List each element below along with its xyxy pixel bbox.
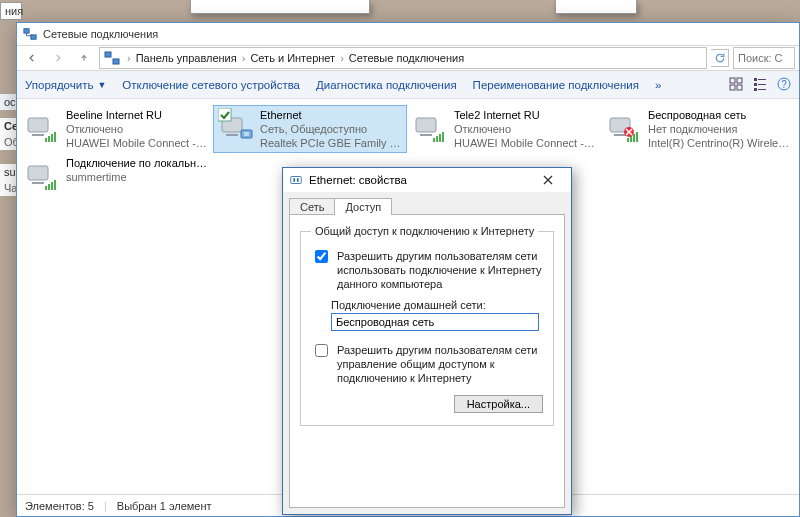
svg-rect-47 [297,178,299,182]
svg-rect-18 [45,138,47,142]
bg-fragment: ния [0,2,22,20]
chevron-right-icon: › [127,52,131,64]
cmd-rename[interactable]: Переименование подключения [473,79,639,91]
svg-rect-21 [54,132,56,142]
ethernet-icon [289,173,303,187]
allow-share-checkbox[interactable] [315,250,328,263]
breadcrumb[interactable]: › Панель управления › Сеть и Интернет › … [99,47,707,69]
svg-rect-44 [54,180,56,190]
svg-rect-20 [51,134,53,142]
nav-up-button[interactable] [73,47,95,69]
address-bar: › Панель управления › Сеть и Интернет › … [17,45,799,71]
connection-name: Tele2 Internet RU [454,108,596,122]
adapter-icon [24,156,62,196]
svg-rect-5 [737,78,742,83]
nav-forward-button[interactable] [47,47,69,69]
connection-status: Отключено [454,122,596,136]
network-icon [23,27,37,41]
cmd-more[interactable]: » [655,79,661,91]
status-selected: Выбран 1 элемент [117,500,212,512]
svg-rect-33 [614,134,626,136]
tab-network[interactable]: Сеть [289,198,335,215]
allow-control-label: Разрешить другим пользователям сети упра… [337,343,543,385]
network-icon [104,50,120,66]
crumb-1[interactable]: Панель управления [136,52,237,64]
close-button[interactable] [531,170,565,190]
connection-device: Realtek PCIe GBE Family Controller [260,136,402,150]
svg-rect-7 [737,85,742,90]
svg-rect-36 [633,134,635,142]
ics-fieldset: Общий доступ к подключению к Интернету Р… [300,225,554,426]
svg-rect-10 [754,83,757,86]
dialog-titlebar[interactable]: Ethernet: свойства [283,168,571,192]
svg-rect-12 [754,88,757,91]
svg-rect-0 [24,29,29,33]
connection-item[interactable]: Beeline Internet RUОтключеноHUAWEI Mobil… [19,105,213,153]
refresh-button[interactable] [711,49,729,67]
connection-name: Подключение по локальной сети* 12 [66,156,208,170]
svg-rect-42 [48,184,50,190]
connection-name: Ethernet [260,108,402,122]
titlebar[interactable]: Сетевые подключения [17,23,799,45]
properties-dialog: Ethernet: свойства Сеть Доступ Общий дос… [282,167,572,515]
settings-button[interactable]: Настройка... [454,395,543,413]
svg-rect-25 [218,108,231,121]
tab-strip: Сеть Доступ [283,192,571,214]
svg-rect-8 [754,78,757,81]
tab-access[interactable]: Доступ [334,198,392,215]
cmd-disable-device[interactable]: Отключение сетевого устройства [122,79,300,91]
svg-rect-31 [442,132,444,142]
adapter-icon [218,108,256,148]
nav-back-button[interactable] [21,47,43,69]
connection-item[interactable]: EthernetСеть, ОбщедоступноRealtek PCIe G… [213,105,407,153]
svg-rect-16 [28,118,48,132]
svg-rect-29 [436,136,438,142]
svg-rect-27 [420,134,432,136]
connection-item[interactable]: Беспроводная сетьНет подключенияIntel(R)… [601,105,795,153]
connection-name: Beeline Internet RU [66,108,208,122]
svg-rect-28 [433,138,435,142]
svg-rect-45 [291,177,302,184]
svg-rect-43 [51,182,53,190]
svg-rect-30 [439,134,441,142]
connection-device: HUAWEI Mobile Connect - 3G Mo... [66,136,208,150]
svg-rect-26 [416,118,436,132]
allow-share-label: Разрешить другим пользователям сети испо… [337,249,543,291]
svg-rect-37 [636,132,638,142]
svg-rect-40 [32,182,44,184]
window-title: Сетевые подключения [43,28,158,40]
chevron-down-icon: ▼ [97,80,106,90]
close-icon [543,175,553,185]
svg-rect-35 [630,136,632,142]
connection-status: Сеть, Общедоступно [260,122,402,136]
svg-rect-9 [758,79,766,80]
view-details-button[interactable] [753,77,767,93]
svg-rect-17 [32,134,44,136]
connection-item[interactable]: Tele2 Internet RUОтключеноHUAWEI Mobile … [407,105,601,153]
search-input[interactable] [733,47,795,69]
svg-rect-13 [758,89,766,90]
crumb-2[interactable]: Сеть и Интернет [250,52,335,64]
allow-control-checkbox[interactable] [315,344,328,357]
adapter-icon [24,108,62,148]
svg-text:?: ? [781,79,787,90]
dialog-title: Ethernet: свойства [309,174,407,186]
ics-legend: Общий доступ к подключению к Интернету [311,225,538,237]
cmd-diagnose[interactable]: Диагностика подключения [316,79,457,91]
connection-status: summertime [66,170,208,184]
crumb-3[interactable]: Сетевые подключения [349,52,464,64]
cmd-organize[interactable]: Упорядочить▼ [25,79,106,91]
adapter-icon [412,108,450,148]
svg-rect-46 [293,178,295,182]
help-button[interactable]: ? [777,77,791,93]
svg-rect-19 [48,136,50,142]
svg-rect-39 [28,166,48,180]
svg-rect-4 [730,78,735,83]
connection-device: HUAWEI Mobile Connect - 3G Mo... [454,136,596,150]
svg-rect-3 [113,59,119,64]
view-icons-button[interactable] [729,77,743,93]
home-network-input[interactable] [331,313,539,331]
adapter-icon [606,108,644,148]
svg-rect-24 [241,130,252,138]
connection-item[interactable]: Подключение по локальной сети* 12summert… [19,153,213,199]
